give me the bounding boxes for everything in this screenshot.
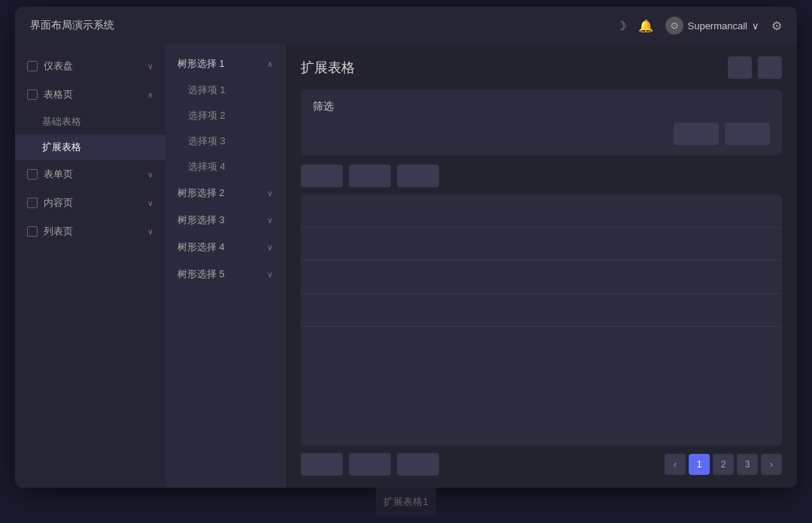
filter-btn-2[interactable] — [725, 122, 770, 145]
forms-icon — [27, 169, 38, 180]
page-2-btn[interactable]: 2 — [713, 454, 734, 475]
username: Supermancall — [688, 20, 748, 32]
action-btn-2[interactable] — [349, 165, 391, 187]
bell-icon[interactable]: 🔔 — [638, 19, 653, 33]
chevron-down-icon: ∨ — [267, 243, 273, 252]
tree-sub-label-2: 选择项 2 — [188, 110, 226, 121]
page-prev-btn[interactable]: ‹ — [665, 454, 686, 475]
tree-item-5[interactable]: 树形选择 5 ∨ — [165, 261, 285, 288]
filter-buttons — [313, 122, 770, 145]
chevron-down-icon: ∨ — [267, 270, 273, 280]
tree-sub-item-1[interactable]: 选择项 1 — [165, 77, 285, 103]
tree-label-2: 树形选择 2 — [177, 186, 225, 200]
sidebar-item-list[interactable]: 列表页 ∨ — [15, 217, 165, 246]
action-btn-1[interactable] — [301, 165, 343, 187]
tree-item-4[interactable]: 树形选择 4 ∨ — [165, 234, 285, 261]
user-icon: ⊙ — [671, 20, 678, 31]
top-bar: 界面布局演示系统 ☽ 🔔 ⊙ Supermancall ∨ ⚙ — [15, 7, 797, 44]
tree-sub-item-3[interactable]: 选择项 3 — [165, 128, 285, 154]
sidebar-label-forms: 表单页 — [44, 168, 73, 181]
content-header: 扩展表格 — [301, 56, 782, 79]
tree-sub-item-2[interactable]: 选择项 2 — [165, 103, 285, 128]
sidebar-item-dashboard[interactable]: 仪表盘 ∨ — [15, 52, 165, 80]
footer-label: 扩展表格1 — [383, 496, 428, 507]
tree-item-2[interactable]: 树形选择 2 ∨ — [165, 180, 285, 207]
header-buttons — [728, 56, 782, 79]
app-container: 界面布局演示系统 ☽ 🔔 ⊙ Supermancall ∨ ⚙ 仪表盘 ∨ — [15, 7, 797, 488]
table-area — [301, 195, 782, 446]
table-row — [301, 261, 782, 294]
chevron-up-icon: ∧ — [267, 59, 273, 69]
header-btn-2[interactable] — [758, 56, 782, 79]
table-row — [301, 195, 782, 228]
page-left-btn-1[interactable] — [301, 453, 343, 476]
chevron-down-icon: ∨ — [752, 20, 759, 32]
dashboard-icon — [27, 61, 38, 71]
tree-label-1: 树形选择 1 — [177, 57, 225, 71]
filter-section: 筛选 — [301, 89, 782, 156]
pagination-left-buttons — [301, 453, 439, 476]
tree-item-1[interactable]: 树形选择 1 ∧ — [165, 50, 285, 77]
tree-label-4: 树形选择 4 — [177, 240, 225, 254]
header-btn-1[interactable] — [728, 56, 752, 79]
sidebar-label-tables: 表格页 — [44, 88, 73, 101]
sidebar-item-extended-table[interactable]: 扩展表格 — [15, 135, 165, 160]
top-bar-right: ☽ 🔔 ⊙ Supermancall ∨ ⚙ — [616, 17, 783, 35]
pagination-right: ‹ 1 2 3 › — [665, 454, 782, 475]
tree-sub-label-1: 选择项 1 — [188, 84, 226, 95]
sidebar-label-dashboard: 仪表盘 — [44, 59, 73, 73]
page-1-btn[interactable]: 1 — [689, 454, 710, 475]
tree-sub-item-4[interactable]: 选择项 4 — [165, 154, 285, 180]
sidebar-item-tables[interactable]: 表格页 ∧ — [15, 80, 165, 109]
settings-icon[interactable]: ⚙ — [771, 19, 782, 33]
filter-label: 筛选 — [313, 100, 770, 113]
basic-table-label: 基础表格 — [42, 116, 81, 127]
tree-sub-label-3: 选择项 3 — [188, 135, 226, 147]
extended-table-label: 扩展表格 — [42, 141, 81, 153]
tree-sub-label-4: 选择项 4 — [188, 161, 226, 172]
tree-sidebar: 树形选择 1 ∧ 选择项 1 选择项 2 选择项 3 选择项 4 树形选择 2 … — [165, 44, 286, 488]
page-next-btn[interactable]: › — [761, 454, 782, 475]
chevron-down-icon: ∨ — [147, 62, 153, 71]
page-left-btn-3[interactable] — [397, 453, 439, 476]
page-title: 扩展表格 — [301, 59, 355, 77]
table-row — [301, 327, 782, 360]
page-3-btn[interactable]: 3 — [737, 454, 758, 475]
app-title: 界面布局演示系统 — [30, 19, 114, 32]
chevron-down-icon: ∨ — [147, 170, 153, 180]
content-area: 扩展表格 筛选 — [286, 44, 797, 488]
sidebar-item-basic-table[interactable]: 基础表格 — [15, 109, 165, 135]
sidebar-item-content[interactable]: 内容页 ∨ — [15, 189, 165, 217]
tree-label-3: 树形选择 3 — [177, 213, 225, 227]
page-left-btn-2[interactable] — [349, 453, 391, 476]
pagination-row: ‹ 1 2 3 › — [301, 453, 782, 476]
main-content: 仪表盘 ∨ 表格页 ∧ 基础表格 扩展表格 表单页 ∨ — [15, 44, 797, 488]
action-btn-3[interactable] — [397, 165, 439, 187]
table-row — [301, 228, 782, 261]
sidebar-label-content: 内容页 — [44, 196, 73, 210]
chevron-down-icon: ∨ — [267, 216, 273, 225]
tables-icon — [27, 89, 38, 100]
action-row — [301, 165, 782, 187]
list-icon — [27, 226, 38, 237]
sidebar: 仪表盘 ∨ 表格页 ∧ 基础表格 扩展表格 表单页 ∨ — [15, 44, 165, 488]
content-icon — [27, 198, 38, 208]
avatar: ⊙ — [665, 17, 683, 35]
chevron-down-icon: ∨ — [147, 227, 153, 237]
chevron-up-icon: ∧ — [147, 90, 153, 100]
chevron-down-icon: ∨ — [147, 198, 153, 208]
table-row — [301, 294, 782, 327]
footer: 扩展表格1 — [376, 488, 435, 516]
filter-btn-1[interactable] — [674, 122, 719, 145]
chevron-down-icon: ∨ — [267, 189, 273, 198]
sidebar-label-list: 列表页 — [44, 225, 73, 238]
user-menu[interactable]: ⊙ Supermancall ∨ — [665, 17, 760, 35]
sidebar-item-forms[interactable]: 表单页 ∨ — [15, 160, 165, 189]
tree-item-3[interactable]: 树形选择 3 ∨ — [165, 207, 285, 234]
tree-label-5: 树形选择 5 — [177, 268, 225, 281]
moon-icon[interactable]: ☽ — [616, 19, 626, 33]
